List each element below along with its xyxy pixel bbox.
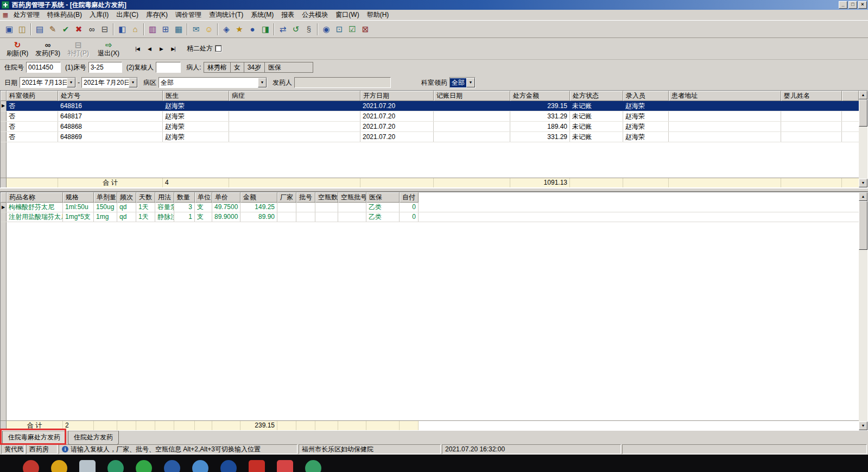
ward-combo[interactable]: 全部 ▼: [159, 77, 267, 88]
menu-item-8[interactable]: 系统(M): [247, 9, 277, 21]
taskbar-app-4-icon[interactable]: [107, 460, 124, 472]
chevron-down-icon[interactable]: ▼: [466, 78, 475, 87]
grid-cell[interactable]: 处方金额: [510, 91, 570, 101]
settings-icon[interactable]: §: [302, 23, 315, 36]
prev-record-button[interactable]: ◀: [143, 43, 155, 54]
edit-icon[interactable]: ✎: [46, 23, 59, 36]
grid-cell[interactable]: 医保: [366, 192, 400, 203]
grid-row[interactable]: 否648817赵海荣2021.07.20331.29未记账赵海荣: [1, 111, 859, 122]
lock-icon[interactable]: ◈: [220, 23, 233, 36]
zoom-icon[interactable]: ◉: [320, 23, 333, 36]
scroll-up-icon[interactable]: ▲: [859, 91, 867, 99]
grid-row[interactable]: ▶枸橼酸舒芬太尼1ml:50u150ugqd1天容量泵3支49.7500149.…: [1, 203, 859, 212]
close-button[interactable]: ×: [858, 1, 867, 9]
scroll-thumb[interactable]: [859, 201, 867, 250]
grid-cell[interactable]: 患者地址: [669, 91, 781, 101]
new-doc-icon[interactable]: ▤: [33, 23, 46, 36]
grid-row[interactable]: 注射用盐酸瑞芬太尼1mg*5支1mgqd1天静脉注射1支89.900089.90…: [1, 212, 859, 222]
approve-icon[interactable]: ✔: [59, 23, 72, 36]
grid-cell[interactable]: 空瓶数: [315, 192, 338, 203]
grid-cell[interactable]: 婴儿姓名: [781, 91, 842, 101]
grid-row[interactable]: 否648868赵海荣2021.07.20189.40未记账赵海荣: [1, 122, 859, 132]
main-grid-scrollbar[interactable]: ▲ ▼: [859, 91, 867, 187]
date-to-combo[interactable]: 2021年 7月20日 ▼: [81, 77, 138, 88]
verify-icon[interactable]: ☑: [346, 23, 359, 36]
dispenser-input[interactable]: [294, 77, 391, 88]
scroll-up-icon[interactable]: ▲: [859, 192, 867, 201]
grid-cell[interactable]: 金额: [240, 192, 277, 203]
minimize-button[interactable]: _: [839, 1, 847, 9]
grid-cell[interactable]: 科室领药: [7, 91, 58, 101]
grid-cell[interactable]: 空瓶批号: [338, 192, 366, 203]
grid-cell[interactable]: 天数: [136, 192, 155, 203]
taskbar-app-3-icon[interactable]: [79, 460, 96, 472]
scroll-track[interactable]: [859, 99, 867, 179]
exit-app-icon[interactable]: ⊠: [359, 23, 372, 36]
tab-2[interactable]: 住院处方发药: [68, 431, 119, 445]
menu-item-4[interactable]: 出库(C): [112, 9, 142, 21]
scroll-thumb[interactable]: [859, 99, 867, 127]
stats-icon[interactable]: ◨: [259, 23, 272, 36]
dept-collect-combo[interactable]: 全部 ▼: [449, 77, 476, 88]
next-record-button[interactable]: ▶: [155, 43, 167, 54]
scroll-track[interactable]: [859, 201, 867, 421]
copy-icon[interactable]: ⊡: [333, 23, 346, 36]
grid-cell[interactable]: 处方状态: [570, 91, 623, 101]
grid-cell[interactable]: 厂家: [277, 192, 296, 203]
grid-cell[interactable]: 单剂量: [94, 192, 117, 203]
taskbar-app-5-icon[interactable]: [136, 460, 152, 472]
reviewer-input[interactable]: [156, 62, 181, 73]
search-icon[interactable]: ●: [246, 23, 259, 36]
grid-cell[interactable]: 单位: [195, 192, 212, 203]
print-icon[interactable]: ⊟: [98, 23, 111, 36]
grid-cell[interactable]: 批号: [296, 192, 315, 203]
grid-cell[interactable]: 开方日期: [360, 91, 434, 101]
menu-item-11[interactable]: 窗口(W): [332, 9, 363, 21]
taskbar-app-8-icon[interactable]: [220, 460, 237, 472]
grid-cell[interactable]: 用法: [155, 192, 174, 203]
menu-item-9[interactable]: 报表: [277, 9, 298, 21]
grid-cell[interactable]: 药品名称: [7, 192, 63, 203]
menu-item-1[interactable]: 处方管理: [10, 9, 43, 21]
grid-splitter[interactable]: [0, 188, 868, 192]
taskbar-app-9-icon[interactable]: [249, 460, 265, 472]
grid-cell[interactable]: 自付: [400, 192, 419, 203]
first-record-button[interactable]: |◀: [131, 43, 143, 54]
key-icon[interactable]: ★: [233, 23, 246, 36]
menu-item-6[interactable]: 调价管理: [172, 9, 205, 21]
taskbar-app-11-icon[interactable]: [305, 460, 321, 472]
grid-cell[interactable]: 处方号: [58, 91, 163, 101]
delete-icon[interactable]: ✖: [72, 23, 85, 36]
taskbar-app-1-icon[interactable]: [23, 460, 39, 472]
save-icon[interactable]: ◧: [116, 23, 129, 36]
bed-number-input[interactable]: [88, 62, 122, 73]
detail-grid-scrollbar[interactable]: ▲ ▼: [859, 192, 867, 430]
import-icon[interactable]: ↺: [289, 23, 302, 36]
folder-icon[interactable]: ⌂: [129, 23, 142, 36]
grid-cell[interactable]: 医生: [163, 91, 229, 101]
maximize-button[interactable]: □: [848, 1, 857, 9]
grid-cell[interactable]: 记账日期: [434, 91, 510, 101]
admission-number-input[interactable]: [26, 62, 61, 73]
scroll-down-icon[interactable]: ▼: [859, 421, 867, 430]
grid-cell[interactable]: 频次: [117, 192, 136, 203]
grid-cell[interactable]: 规格: [63, 192, 94, 203]
dispense-button[interactable]: ∞发药(F3): [33, 39, 63, 59]
message-icon[interactable]: ☺: [202, 23, 216, 36]
jingyi-checkbox[interactable]: [215, 45, 222, 52]
refresh-button[interactable]: ↻刷新(R): [2, 39, 33, 59]
exit-button[interactable]: ⇨退出(X): [93, 39, 124, 59]
grid-cell[interactable]: 数量: [174, 192, 195, 203]
menu-item-12[interactable]: 帮助(H): [363, 9, 393, 21]
grid-cell[interactable]: 录入员: [623, 91, 669, 101]
calendar-icon[interactable]: ⊞: [159, 23, 172, 36]
menu-item-7[interactable]: 查询统计(T): [205, 9, 247, 21]
medicine-jar-icon[interactable]: ◫: [16, 23, 29, 36]
date-from-combo[interactable]: 2021年 7月13日 ▼: [20, 77, 76, 88]
scroll-down-icon[interactable]: ▼: [859, 179, 867, 187]
taskbar-app-7-icon[interactable]: [192, 460, 208, 472]
mail-icon[interactable]: ✉: [189, 23, 202, 36]
prescription-query-icon[interactable]: ▣: [3, 23, 16, 36]
report-icon[interactable]: ▦: [172, 23, 185, 36]
chevron-down-icon[interactable]: ▼: [129, 78, 137, 87]
